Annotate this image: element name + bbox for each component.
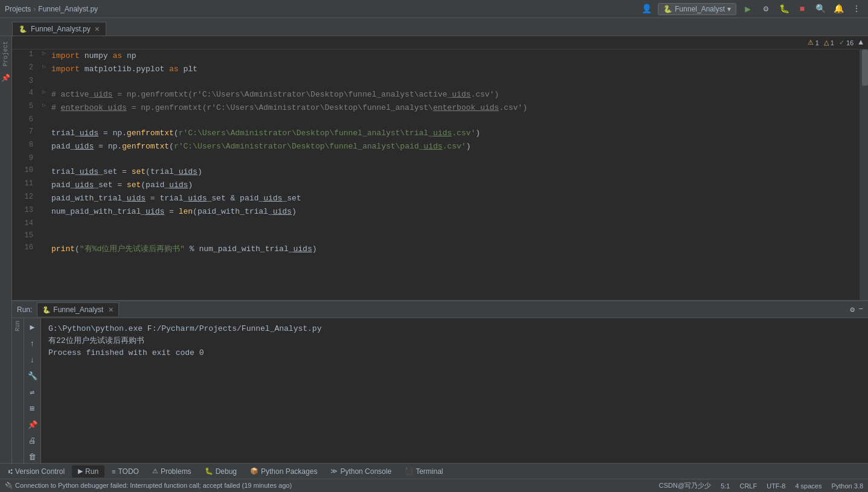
- bottom-tab-run[interactable]: ▶Run: [72, 465, 104, 478]
- line-content[interactable]: num_paid_with_trial_uids = len(paid_with…: [49, 205, 860, 219]
- warn-icon: △: [824, 39, 829, 46]
- line-content[interactable]: trial_uids = np.genfromtxt(r'C:\Users\Ad…: [49, 127, 860, 140]
- code-line-3: 3: [12, 76, 860, 88]
- expand-icon[interactable]: ▲: [858, 38, 863, 47]
- error-badge: ⚠ 1: [808, 39, 819, 46]
- run-scroll-up-button[interactable]: ↑: [27, 338, 39, 350]
- run-trash-icon[interactable]: 🗑: [27, 452, 39, 463]
- run-panel-header: Run: 🐍 Funnel_Analyst ✕ ⚙ −: [12, 301, 868, 318]
- editor-scrollbar[interactable]: [860, 50, 868, 300]
- profile-icon[interactable]: 👤: [640, 2, 653, 16]
- bottom-tab-label: Problems: [161, 467, 191, 476]
- notification-icon[interactable]: 🔔: [832, 2, 845, 16]
- run-wrench-icon[interactable]: 🔧: [27, 371, 39, 382]
- file-tab-funnel[interactable]: 🐍 Funnel_Analyst.py ✕: [12, 22, 106, 36]
- line-content[interactable]: trial_uids_set = set(trial_uids): [49, 165, 860, 179]
- warn-badge: △ 1: [824, 39, 834, 46]
- status-bar: 🔌 Connection to Python debugger failed: …: [0, 479, 868, 492]
- run-tab[interactable]: 🐍 Funnel_Analyst ✕: [37, 302, 119, 316]
- run-play-button[interactable]: ▶: [27, 322, 39, 333]
- run-scroll-down-button[interactable]: ↓: [27, 354, 39, 366]
- status-crlf[interactable]: CRLF: [739, 482, 757, 490]
- python-console-icon: ≫: [330, 467, 338, 475]
- line-number: 6: [12, 115, 39, 124]
- line-content[interactable]: paid_with_trial_uids = trial_uids_set & …: [49, 192, 860, 205]
- code-line-13: 13num_paid_with_trial_uids = len(paid_wi…: [12, 205, 860, 219]
- bottom-tab-label: TODO: [118, 467, 138, 476]
- more-icon[interactable]: ⋮: [850, 2, 863, 16]
- problems-icon: ⚠: [152, 467, 158, 475]
- editor-area: ⚠ 1 △ 1 ✓ 16 ▲ 1▷import numpy as np2▷imp…: [12, 36, 868, 463]
- line-content[interactable]: [49, 219, 860, 220]
- run-left-strip: Run: [12, 318, 24, 463]
- line-content[interactable]: [49, 115, 860, 116]
- run-config-label: Funnel_Analyst: [675, 5, 725, 13]
- file-tab-close[interactable]: ✕: [94, 25, 100, 33]
- version-control-icon: ⑆: [8, 468, 13, 475]
- bottom-tab-bar: ⑆Version Control▶Run≡TODO⚠Problems🐛Debug…: [0, 463, 868, 479]
- run-side-label: Run: [14, 321, 21, 331]
- line-number: 16: [12, 243, 39, 252]
- run-button[interactable]: ▶: [741, 2, 754, 16]
- line-number: 12: [12, 192, 39, 201]
- settings-icon[interactable]: ⚙: [850, 305, 855, 315]
- breadcrumb-projects[interactable]: Projects: [5, 5, 31, 13]
- build-button[interactable]: ⚙: [759, 2, 773, 16]
- run-tab-close[interactable]: ✕: [108, 306, 114, 314]
- run-pin-icon[interactable]: 📌: [27, 419, 39, 430]
- bottom-tab-debug[interactable]: 🐛Debug: [199, 465, 243, 478]
- line-content[interactable]: [49, 76, 860, 77]
- sidebar-pin-icon[interactable]: 📌: [1, 74, 10, 83]
- bottom-tab-problems[interactable]: ⚠Problems: [146, 465, 198, 478]
- sidebar-project-label[interactable]: Project: [1, 39, 10, 69]
- stop-button[interactable]: ■: [796, 2, 809, 16]
- line-content[interactable]: import numpy as np: [49, 50, 860, 63]
- terminal-icon: ⬛: [405, 467, 413, 475]
- line-content[interactable]: # enterbook_uids = np.genfromtxt(r'C:\Us…: [49, 101, 860, 115]
- status-lang[interactable]: Python 3.8: [831, 482, 863, 490]
- code-line-8: 8paid_uids = np.genfromtxt(r'C:\Users\Ad…: [12, 140, 860, 153]
- line-content[interactable]: print("有%d位用户先试读后再购书" % num_paid_with_tr…: [49, 243, 860, 256]
- breadcrumb-sep: ›: [33, 5, 36, 13]
- search-icon[interactable]: 🔍: [814, 2, 827, 16]
- run-body: Run ▶ ↑ ↓ 🔧 ⇌ ⊞ 📌 🖨 🗑 G:\Python\python.e…: [12, 318, 868, 463]
- line-content[interactable]: [49, 153, 860, 155]
- line-content[interactable]: # active_uids = np.genfromtxt(r'C:\Users…: [49, 88, 860, 101]
- bottom-tab-todo[interactable]: ≡TODO: [106, 465, 145, 478]
- bottom-tab-python-console[interactable]: ≫Python Console: [324, 465, 397, 478]
- tab-bar: 🐍 Funnel_Analyst.py ✕: [0, 18, 868, 36]
- line-content[interactable]: [49, 231, 860, 232]
- bottom-tab-version-control[interactable]: ⑆Version Control: [2, 465, 71, 478]
- status-csdn: CSDN@写乃少少: [659, 481, 711, 490]
- line-marker: ▷: [39, 88, 49, 95]
- line-content[interactable]: paid_uids = np.genfromtxt(r'C:\Users\Adm…: [49, 140, 860, 153]
- file-tab-icon: 🐍: [19, 25, 27, 33]
- debug-button[interactable]: 🐛: [777, 2, 791, 16]
- status-indent[interactable]: 4 spaces: [795, 482, 821, 490]
- output-line-1: 有22位用户先试读后再购书: [48, 335, 861, 347]
- breadcrumb-file[interactable]: Funnel_Analyst.py: [38, 5, 98, 13]
- code-editor[interactable]: 1▷import numpy as np2▷import matplotlib.…: [12, 50, 860, 300]
- status-position[interactable]: 5:1: [721, 482, 730, 490]
- left-sidebar: Project 📌: [0, 36, 12, 463]
- run-tree-icon[interactable]: ⊞: [27, 403, 39, 414]
- bottom-tab-python-packages[interactable]: 📦Python Packages: [244, 465, 323, 478]
- run-soft-wrap-icon[interactable]: ⇌: [27, 387, 39, 398]
- run-tab-label: Funnel_Analyst: [53, 305, 103, 314]
- code-line-7: 7trial_uids = np.genfromtxt(r'C:\Users\A…: [12, 127, 860, 140]
- line-marker: ▷: [39, 63, 49, 70]
- run-print-icon[interactable]: 🖨: [27, 435, 39, 447]
- run-config[interactable]: 🐍 Funnel_Analyst ▾: [658, 3, 736, 15]
- file-tab-label: Funnel_Analyst.py: [31, 25, 91, 33]
- warn-count: 1: [831, 39, 834, 46]
- line-content[interactable]: paid_uids_set = set(paid_uids): [49, 179, 860, 192]
- bottom-tab-terminal[interactable]: ⬛Terminal: [399, 465, 449, 478]
- line-number: 4: [12, 88, 39, 97]
- code-line-10: 10trial_uids_set = set(trial_uids): [12, 165, 860, 179]
- minimize-icon[interactable]: −: [858, 305, 863, 315]
- run-toolbar: ▶ ↑ ↓ 🔧 ⇌ ⊞ 📌 🖨 🗑: [24, 318, 41, 463]
- breadcrumb[interactable]: Projects › Funnel_Analyst.py: [5, 5, 98, 13]
- status-charset[interactable]: UTF-8: [767, 482, 785, 490]
- error-count: 1: [815, 39, 819, 46]
- line-content[interactable]: import matplotlib.pyplot as plt: [49, 63, 860, 76]
